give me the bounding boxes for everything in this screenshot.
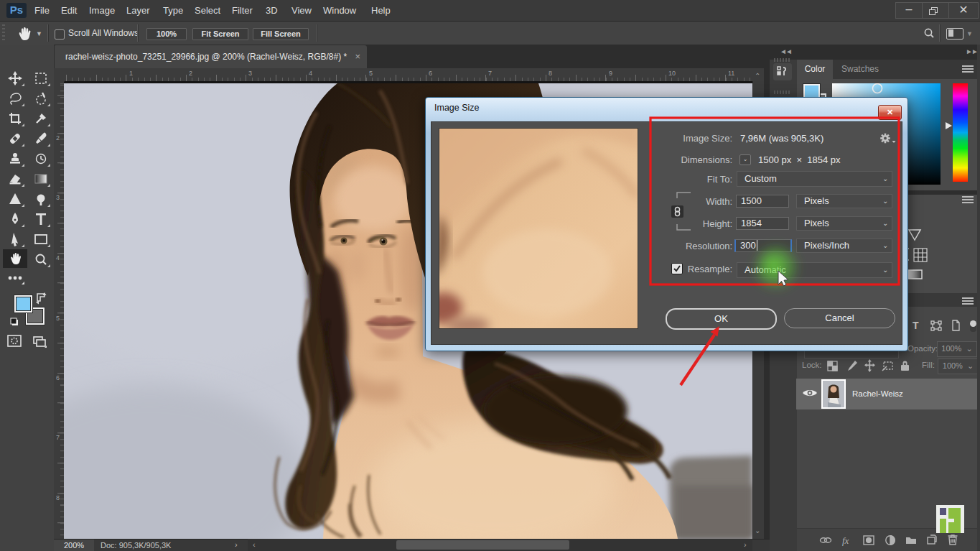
svg-text:fx: fx [842, 535, 849, 546]
